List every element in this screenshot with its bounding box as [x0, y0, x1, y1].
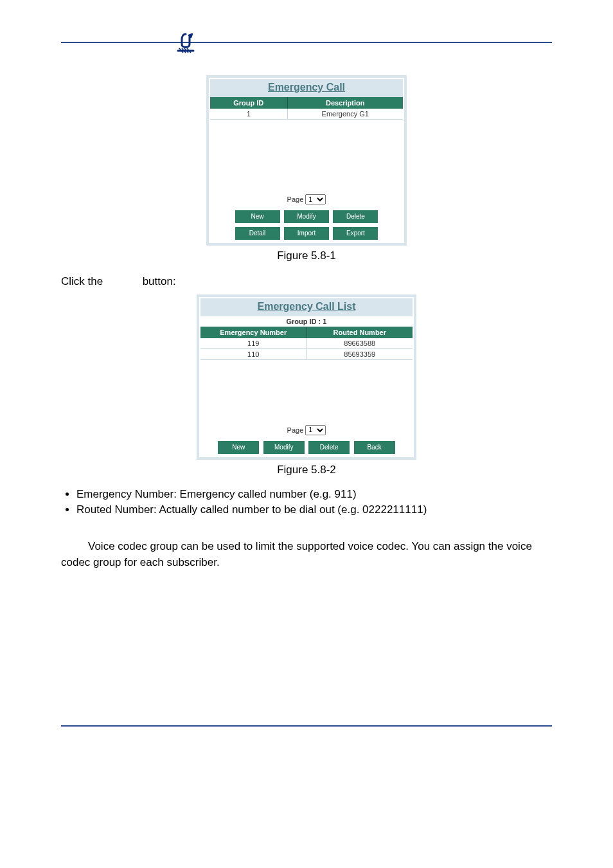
- col-emergency-number: Emergency Number: [200, 327, 306, 338]
- export-button[interactable]: Export: [333, 227, 378, 240]
- figure-caption-2: Figure 5.8-2: [61, 464, 552, 476]
- page-control: Page 1: [210, 190, 403, 208]
- emergency-call-list-table: Emergency Number Routed Number 119 89663…: [200, 327, 413, 360]
- panel-spacer: [210, 120, 403, 190]
- col-routed-number: Routed Number: [306, 327, 413, 338]
- cell-routed-number: 89663588: [306, 338, 413, 349]
- header-line: [61, 42, 552, 43]
- bullet-item: Emergency Number: Emergency called numbe…: [76, 488, 552, 501]
- panel-title-text: Emergency Call: [268, 82, 345, 93]
- col-group-id: Group ID: [210, 97, 287, 109]
- cell-group-id: 1: [210, 109, 287, 120]
- modify-button[interactable]: Modify: [284, 210, 329, 223]
- group-id-label: Group ID : 1: [200, 316, 413, 327]
- panel-spacer: [200, 360, 413, 421]
- panel-title: Emergency Call List: [200, 298, 413, 316]
- voice-codec-paragraph: Voice codec group can be used to limit t…: [61, 538, 552, 571]
- cell-description: Emergency G1: [287, 109, 403, 120]
- page-select[interactable]: 1: [305, 194, 326, 204]
- page-control: Page 1: [200, 421, 413, 439]
- delete-button[interactable]: Delete: [333, 210, 378, 223]
- bullet-list: Emergency Number: Emergency called numbe…: [61, 488, 552, 516]
- back-button[interactable]: Back: [354, 441, 395, 454]
- table-row[interactable]: 1 Emergency G1: [210, 109, 403, 120]
- page-select[interactable]: 1: [305, 425, 326, 435]
- emergency-call-panel: Emergency Call Group ID Description 1 Em…: [206, 75, 407, 246]
- page-label: Page: [287, 426, 304, 433]
- click-instruction: Click the button:: [61, 274, 552, 289]
- click-pre: Click the: [61, 275, 103, 287]
- emergency-call-table: Group ID Description 1 Emergency G1: [210, 97, 403, 120]
- bullet-item: Routed Number: Actually called number to…: [76, 503, 552, 516]
- new-button[interactable]: New: [218, 441, 259, 454]
- page-label: Page: [287, 195, 304, 203]
- delete-button[interactable]: Delete: [308, 441, 350, 454]
- col-description: Description: [287, 97, 403, 109]
- modify-button[interactable]: Modify: [263, 441, 305, 454]
- panel-title: Emergency Call: [210, 79, 403, 97]
- detail-button[interactable]: Detail: [235, 227, 280, 240]
- footer-line: [61, 725, 552, 727]
- import-button[interactable]: Import: [284, 227, 329, 240]
- figure-caption-1: Figure 5.8-1: [61, 249, 552, 262]
- click-post: button:: [143, 275, 176, 287]
- table-row[interactable]: 119 89663588: [200, 338, 413, 349]
- cell-emergency-number: 110: [200, 348, 306, 359]
- panel-title-text: Emergency Call List: [258, 301, 356, 312]
- cell-emergency-number: 119: [200, 338, 306, 349]
- new-button[interactable]: New: [235, 210, 280, 223]
- emergency-call-list-panel: Emergency Call List Group ID : 1 Emergen…: [197, 294, 416, 460]
- cell-routed-number: 85693359: [306, 348, 413, 359]
- logo-icon: [174, 32, 197, 55]
- table-row[interactable]: 110 85693359: [200, 348, 413, 359]
